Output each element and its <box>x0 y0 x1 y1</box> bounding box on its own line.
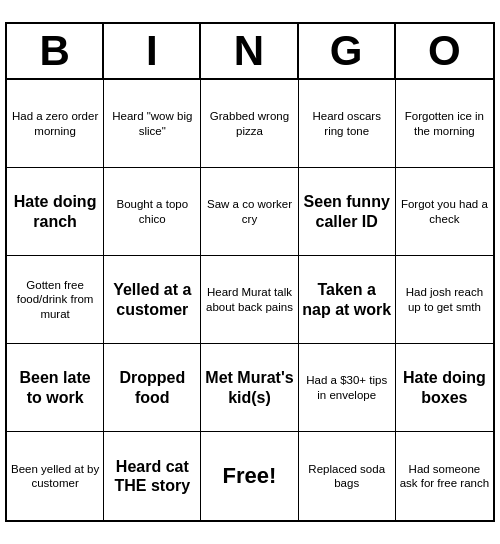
cell-text-10: Gotten free food/drink from murat <box>10 278 100 321</box>
cell-text-4: Forgotten ice in the morning <box>399 109 490 138</box>
bingo-letter-i: I <box>104 24 201 78</box>
cell-text-6: Bought a topo chico <box>107 197 197 226</box>
cell-text-12: Heard Murat talk about back pains <box>204 285 294 314</box>
bingo-cell-18[interactable]: Had a $30+ tips in envelope <box>299 344 396 432</box>
cell-text-13: Taken a nap at work <box>302 280 392 318</box>
bingo-card: BINGO Had a zero order morningHeard "wow… <box>5 22 495 522</box>
bingo-cell-15[interactable]: Been late to work <box>7 344 104 432</box>
bingo-cell-8[interactable]: Seen funny caller ID <box>299 168 396 256</box>
bingo-cell-7[interactable]: Saw a co worker cry <box>201 168 298 256</box>
cell-text-21: Heard cat THE story <box>107 457 197 495</box>
bingo-cell-6[interactable]: Bought a topo chico <box>104 168 201 256</box>
bingo-header: BINGO <box>7 24 493 80</box>
cell-text-14: Had josh reach up to get smth <box>399 285 490 314</box>
cell-text-7: Saw a co worker cry <box>204 197 294 226</box>
cell-text-23: Replaced soda bags <box>302 462 392 491</box>
bingo-cell-22[interactable]: Free! <box>201 432 298 520</box>
bingo-cell-12[interactable]: Heard Murat talk about back pains <box>201 256 298 344</box>
bingo-cell-2[interactable]: Grabbed wrong pizza <box>201 80 298 168</box>
cell-text-15: Been late to work <box>10 368 100 406</box>
cell-text-8: Seen funny caller ID <box>302 192 392 230</box>
cell-text-22: Free! <box>223 462 277 490</box>
bingo-letter-g: G <box>299 24 396 78</box>
cell-text-2: Grabbed wrong pizza <box>204 109 294 138</box>
cell-text-0: Had a zero order morning <box>10 109 100 138</box>
bingo-cell-19[interactable]: Hate doing boxes <box>396 344 493 432</box>
bingo-cell-9[interactable]: Forgot you had a check <box>396 168 493 256</box>
cell-text-3: Heard oscars ring tone <box>302 109 392 138</box>
bingo-cell-5[interactable]: Hate doing ranch <box>7 168 104 256</box>
cell-text-17: Met Murat's kid(s) <box>204 368 294 406</box>
bingo-cell-3[interactable]: Heard oscars ring tone <box>299 80 396 168</box>
bingo-cell-20[interactable]: Been yelled at by customer <box>7 432 104 520</box>
bingo-cell-21[interactable]: Heard cat THE story <box>104 432 201 520</box>
bingo-grid: Had a zero order morningHeard "wow big s… <box>7 80 493 520</box>
bingo-cell-11[interactable]: Yelled at a customer <box>104 256 201 344</box>
bingo-cell-1[interactable]: Heard "wow big slice" <box>104 80 201 168</box>
cell-text-5: Hate doing ranch <box>10 192 100 230</box>
cell-text-19: Hate doing boxes <box>399 368 490 406</box>
bingo-cell-0[interactable]: Had a zero order morning <box>7 80 104 168</box>
cell-text-9: Forgot you had a check <box>399 197 490 226</box>
bingo-letter-b: B <box>7 24 104 78</box>
cell-text-11: Yelled at a customer <box>107 280 197 318</box>
bingo-cell-10[interactable]: Gotten free food/drink from murat <box>7 256 104 344</box>
cell-text-16: Dropped food <box>107 368 197 406</box>
bingo-cell-23[interactable]: Replaced soda bags <box>299 432 396 520</box>
bingo-letter-o: O <box>396 24 493 78</box>
cell-text-18: Had a $30+ tips in envelope <box>302 373 392 402</box>
cell-text-20: Been yelled at by customer <box>10 462 100 491</box>
bingo-cell-13[interactable]: Taken a nap at work <box>299 256 396 344</box>
bingo-cell-14[interactable]: Had josh reach up to get smth <box>396 256 493 344</box>
bingo-letter-n: N <box>201 24 298 78</box>
bingo-cell-17[interactable]: Met Murat's kid(s) <box>201 344 298 432</box>
bingo-cell-4[interactable]: Forgotten ice in the morning <box>396 80 493 168</box>
cell-text-24: Had someone ask for free ranch <box>399 462 490 491</box>
cell-text-1: Heard "wow big slice" <box>107 109 197 138</box>
bingo-cell-16[interactable]: Dropped food <box>104 344 201 432</box>
bingo-cell-24[interactable]: Had someone ask for free ranch <box>396 432 493 520</box>
